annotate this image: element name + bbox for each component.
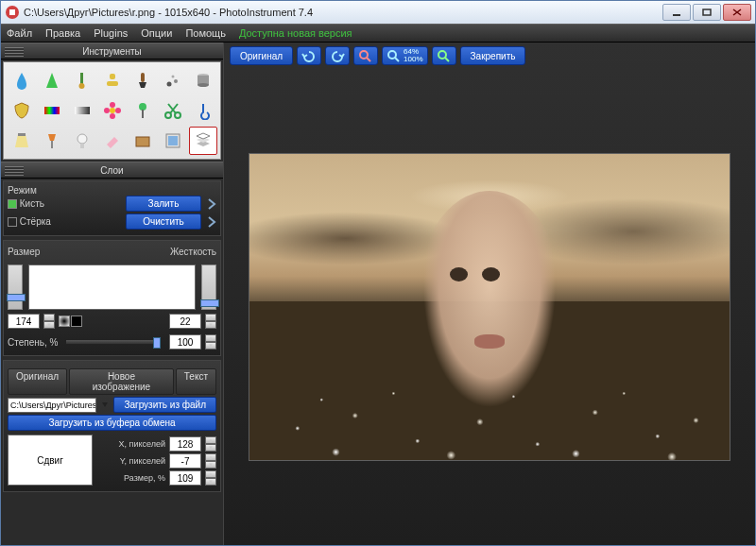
- lamp-icon: [43, 131, 61, 150]
- zoom-out-button[interactable]: [353, 46, 378, 65]
- sz-down[interactable]: ▼: [205, 478, 216, 486]
- layers-panel-header[interactable]: Слои: [1, 162, 223, 179]
- load-file-button[interactable]: Загрузить из файл: [113, 397, 216, 413]
- clear-button[interactable]: Очистить: [126, 213, 201, 230]
- chevron-right-icon[interactable]: [207, 197, 216, 211]
- redo-button[interactable]: [325, 46, 350, 65]
- tool-gradient[interactable]: [68, 96, 96, 125]
- mode-label: Режим: [8, 185, 216, 196]
- tools-panel-header[interactable]: Инструменты: [1, 43, 223, 60]
- swatch-hard[interactable]: [71, 316, 82, 327]
- eraser-checkbox[interactable]: [8, 217, 17, 227]
- shift-pad[interactable]: Сдвиг: [8, 435, 93, 486]
- brush-checkbox[interactable]: [8, 199, 17, 209]
- tool-droplet[interactable]: [8, 66, 36, 94]
- size-slider[interactable]: [8, 264, 23, 310]
- zoom-in-button[interactable]: [432, 46, 456, 65]
- fill-button[interactable]: Залить: [126, 196, 201, 212]
- tool-metal[interactable]: [189, 66, 217, 94]
- hardness-slider[interactable]: [201, 264, 216, 310]
- tab-original[interactable]: Оригинал: [8, 368, 67, 395]
- tool-brush[interactable]: [129, 66, 157, 94]
- zoom-display[interactable]: 64%100%: [382, 46, 427, 65]
- svg-rect-26: [18, 133, 26, 136]
- tool-palette[interactable]: [8, 96, 36, 125]
- brush-swatches[interactable]: [59, 316, 82, 327]
- tab-text[interactable]: Текст: [176, 368, 216, 395]
- tool-lamp[interactable]: [38, 127, 66, 155]
- size-down[interactable]: ▼: [43, 321, 55, 329]
- svg-point-19: [110, 113, 115, 119]
- canvas-viewport[interactable]: [224, 69, 755, 545]
- tool-heal-brush[interactable]: [68, 66, 96, 94]
- y-field[interactable]: [169, 453, 201, 469]
- tool-scissors[interactable]: [159, 96, 187, 125]
- svg-rect-8: [141, 73, 145, 82]
- svg-rect-15: [44, 107, 60, 114]
- tool-flower[interactable]: [98, 96, 127, 125]
- x-field[interactable]: [169, 436, 201, 452]
- opacity-up[interactable]: ▲: [205, 334, 216, 342]
- tools-title: Инструменты: [82, 46, 141, 57]
- flower-icon: [103, 101, 122, 120]
- spotlight-icon: [12, 131, 31, 150]
- menu-file[interactable]: Файл: [7, 27, 32, 39]
- tool-wood[interactable]: [129, 127, 157, 155]
- svg-rect-2: [673, 14, 680, 16]
- layers-title: Слои: [100, 165, 123, 176]
- file-path-combo[interactable]: C:\Users\Друг\Pictures\foto na: [8, 398, 96, 413]
- opacity-down[interactable]: ▼: [205, 342, 216, 350]
- chevron-down-icon[interactable]: [100, 399, 110, 412]
- tool-pages[interactable]: [189, 127, 217, 155]
- gradient-icon: [73, 101, 92, 120]
- tool-eraser2[interactable]: [98, 127, 127, 155]
- tool-pin[interactable]: [129, 96, 157, 125]
- eraser-label: Стёрка: [20, 216, 51, 227]
- menu-help[interactable]: Помощь: [185, 27, 226, 39]
- sz-field[interactable]: [169, 470, 201, 486]
- sz-up[interactable]: ▲: [205, 470, 216, 478]
- chevron-right-icon[interactable]: [207, 215, 216, 229]
- size-up[interactable]: ▲: [43, 314, 55, 321]
- x-down[interactable]: ▼: [205, 444, 216, 452]
- tool-layers[interactable]: [159, 127, 187, 155]
- opacity-slider[interactable]: [65, 339, 162, 345]
- tool-blur[interactable]: [159, 66, 187, 94]
- hardness-field[interactable]: [169, 314, 201, 329]
- tool-light-top[interactable]: [8, 127, 36, 155]
- svg-point-20: [104, 108, 110, 113]
- tab-new-image[interactable]: Новое изображение: [69, 368, 174, 395]
- minimize-button[interactable]: [662, 4, 691, 21]
- opacity-field[interactable]: [169, 334, 201, 350]
- drag-handle-icon[interactable]: [5, 166, 24, 176]
- y-down[interactable]: ▼: [205, 461, 216, 469]
- original-button[interactable]: Оригинал: [230, 46, 293, 65]
- tool-stamp[interactable]: [98, 66, 127, 94]
- undo-button[interactable]: [297, 46, 321, 65]
- drag-handle-icon[interactable]: [5, 47, 24, 57]
- size-field[interactable]: [8, 314, 40, 329]
- canvas-image[interactable]: [249, 153, 730, 461]
- x-up[interactable]: ▲: [205, 436, 216, 444]
- menu-plugins[interactable]: Plugins: [94, 27, 128, 39]
- menu-edit[interactable]: Правка: [45, 27, 80, 39]
- tool-hook[interactable]: [189, 96, 217, 125]
- menu-options[interactable]: Опции: [141, 27, 172, 39]
- load-clipboard-button[interactable]: Загрузить из буфера обмена: [8, 415, 216, 431]
- y-up[interactable]: ▲: [205, 453, 216, 461]
- hardness-up[interactable]: ▲: [205, 314, 216, 321]
- update-link[interactable]: Доступна новая версия: [239, 27, 352, 39]
- hardness-down[interactable]: ▼: [205, 321, 216, 329]
- maximize-button[interactable]: [693, 4, 721, 21]
- tool-hue[interactable]: [38, 96, 66, 125]
- tool-bulb[interactable]: [68, 127, 96, 155]
- svg-point-10: [174, 79, 178, 83]
- magnifier-minus-icon: [358, 49, 373, 62]
- swatch-soft[interactable]: [59, 316, 70, 327]
- tool-cone[interactable]: [38, 66, 66, 94]
- app-icon: [5, 5, 20, 20]
- close-button[interactable]: [723, 4, 751, 21]
- titlebar[interactable]: C:\Users\Друг\Pictures\r.png - 1015x640 …: [1, 1, 755, 24]
- pin-button[interactable]: Закрепить: [460, 46, 526, 65]
- svg-point-14: [198, 83, 209, 87]
